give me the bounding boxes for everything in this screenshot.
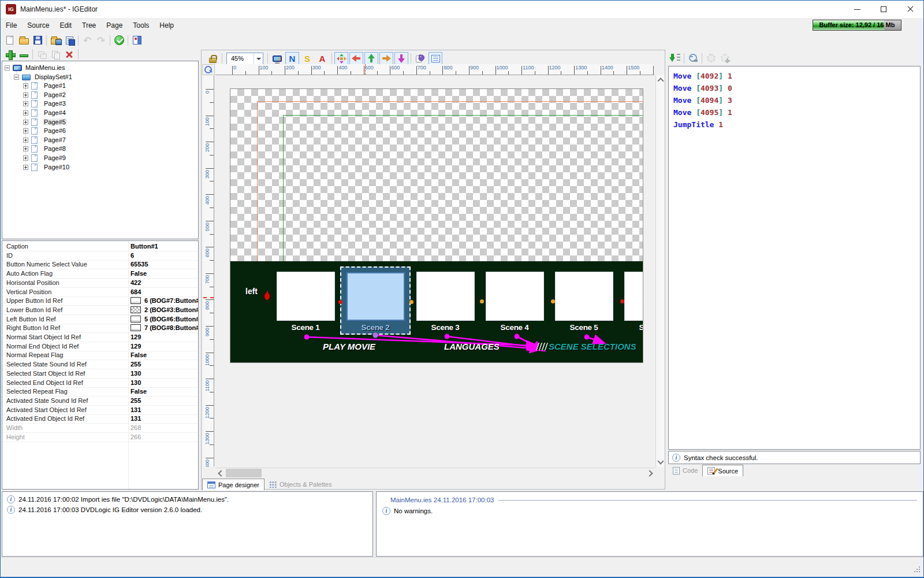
- property-row[interactable]: Vertical Position684: [2, 288, 198, 297]
- property-row[interactable]: Activated State Sound Id Ref255: [2, 397, 198, 406]
- tab-source[interactable]: Source: [702, 465, 743, 476]
- minimize-button[interactable]: [844, 1, 870, 18]
- property-row[interactable]: Selected Start Object Id Ref130: [2, 369, 198, 379]
- horizontal-scroll-thumb[interactable]: [226, 469, 262, 477]
- move-left-button[interactable]: [349, 52, 363, 65]
- property-value[interactable]: 65535: [131, 261, 148, 268]
- property-value[interactable]: 255: [131, 397, 141, 404]
- tree-item-page9[interactable]: Page#9: [2, 154, 198, 163]
- tree-item-page5[interactable]: Page#5: [2, 118, 198, 127]
- scroll-right-button[interactable]: [646, 468, 655, 478]
- expand-icon[interactable]: [23, 110, 28, 116]
- design-viewport[interactable]: left Scene 1Scene 2Scene 3Scene 4Scene 5…: [215, 75, 655, 466]
- property-row[interactable]: Right Button Id Ref7 (BOG#8:Button#1): [2, 324, 198, 333]
- tree-item-page4[interactable]: Page#4: [2, 109, 198, 118]
- tab-code[interactable]: Code: [668, 465, 702, 476]
- selected-state-button[interactable]: S: [300, 52, 314, 65]
- export-ies-button[interactable]: [62, 34, 76, 47]
- property-row[interactable]: Normal End Object Id Ref129: [2, 342, 198, 351]
- resize-grip-icon[interactable]: [914, 571, 915, 572]
- save-button[interactable]: [31, 34, 44, 47]
- property-row[interactable]: Activated Start Object Id Ref131: [2, 406, 198, 415]
- palette-button[interactable]: [413, 52, 427, 65]
- verify-button[interactable]: [112, 34, 126, 47]
- delete-button[interactable]: [62, 48, 76, 61]
- property-row[interactable]: Selected Repeat FlagFalse: [2, 387, 198, 397]
- property-row[interactable]: ID6: [2, 251, 198, 261]
- property-row[interactable]: Left Button Id Ref5 (BOG#6:Button#1): [2, 315, 198, 324]
- property-value[interactable]: 131: [131, 406, 141, 413]
- property-row[interactable]: Lower Button Id Ref2 (BOG#3:Button#1): [2, 306, 198, 315]
- expand-icon[interactable]: [23, 83, 28, 88]
- compile-button[interactable]: [704, 52, 718, 65]
- menu-page[interactable]: Page: [101, 18, 128, 33]
- property-value[interactable]: False: [131, 351, 147, 358]
- tree-item-root[interactable]: MainMenu.ies: [2, 64, 198, 73]
- property-row[interactable]: Auto Action FlagFalse: [2, 269, 198, 279]
- code-line[interactable]: Move [4095] 1: [673, 106, 915, 118]
- ruler-zoom-button[interactable]: [202, 64, 215, 75]
- scroll-left-button[interactable]: [215, 468, 225, 478]
- expand-icon[interactable]: [23, 120, 28, 125]
- undo-button[interactable]: [80, 34, 94, 47]
- tree-item-page7[interactable]: Page#7: [2, 136, 198, 145]
- expand-icon[interactable]: [23, 138, 28, 143]
- move-down-button[interactable]: [394, 52, 408, 65]
- property-value[interactable]: 7 (BOG#8:Button#1): [131, 324, 199, 331]
- maximize-button[interactable]: [870, 1, 897, 18]
- tree-item-page6[interactable]: Page#6: [2, 127, 198, 136]
- property-value[interactable]: 130: [131, 370, 141, 377]
- property-row[interactable]: Horisontal Position422: [2, 279, 198, 288]
- zoom-select[interactable]: 45%: [226, 53, 263, 65]
- tree-item-page8[interactable]: Page#8: [2, 144, 198, 154]
- expand-icon[interactable]: [23, 146, 28, 151]
- property-value[interactable]: 5 (BOG#6:Button#1): [131, 316, 199, 323]
- import-ies-button[interactable]: [49, 34, 62, 47]
- property-value[interactable]: False: [131, 270, 147, 277]
- menu-source[interactable]: Source: [22, 18, 54, 33]
- property-value[interactable]: 6: [131, 252, 134, 259]
- move-right-button[interactable]: [379, 52, 393, 65]
- property-value[interactable]: False: [131, 388, 147, 395]
- compile-add-button[interactable]: [718, 52, 732, 65]
- property-value[interactable]: 6 (BOG#7:Button#1): [131, 297, 199, 304]
- property-value[interactable]: 2 (BOG#3:Button#1): [131, 306, 199, 313]
- tree-item-page1[interactable]: Page#1: [2, 81, 198, 91]
- scene-selections-caption[interactable]: SCENE SELECTIONS: [549, 342, 636, 351]
- open-button[interactable]: [17, 34, 31, 47]
- close-button[interactable]: [897, 1, 923, 18]
- tree-item-displayset[interactable]: DisplaySet#1: [2, 73, 198, 82]
- code-line[interactable]: Move [4094] 3: [673, 94, 915, 106]
- preview-button[interactable]: [270, 52, 284, 65]
- code-line[interactable]: JumpTitle 1: [673, 118, 915, 131]
- expand-icon[interactable]: [23, 92, 28, 98]
- expand-icon[interactable]: [23, 101, 28, 106]
- collapse-icon[interactable]: [5, 65, 10, 71]
- horizontal-scrollbar[interactable]: [215, 468, 655, 477]
- project-tree[interactable]: MainMenu.iesDisplaySet#1Page#1Page#2Page…: [2, 61, 199, 239]
- property-row[interactable]: Width268: [2, 424, 198, 433]
- property-row[interactable]: Activated End Object Id Ref131: [2, 414, 198, 424]
- zoom-dropdown-arrow-icon[interactable]: [254, 53, 263, 64]
- tab-objects-palettes[interactable]: Objects & Palettes: [264, 479, 337, 490]
- property-row[interactable]: Button Numeric Select Value65535: [2, 260, 198, 269]
- command-code-editor[interactable]: Move [4092] 1Move [4093] 0Move [4094] 3M…: [668, 66, 921, 450]
- expand-icon[interactable]: [23, 128, 28, 134]
- menu-edit[interactable]: Edit: [54, 18, 77, 33]
- property-row[interactable]: CaptionButton#1: [2, 242, 198, 251]
- property-value[interactable]: 130: [131, 379, 141, 386]
- property-row[interactable]: Normal Repeat FlagFalse: [2, 351, 198, 360]
- clone-button[interactable]: [35, 48, 49, 61]
- move-all-button[interactable]: [334, 52, 348, 65]
- property-value[interactable]: 422: [131, 279, 141, 286]
- warnings-log[interactable]: MainMenu.ies 24.11.2016 17:00:03 No warn…: [376, 491, 923, 557]
- collapse-icon[interactable]: [14, 75, 19, 80]
- redo-button[interactable]: [94, 34, 108, 47]
- normal-state-button[interactable]: N: [285, 52, 299, 65]
- property-value[interactable]: Button#1: [131, 243, 158, 250]
- settings-button[interactable]: [130, 34, 144, 47]
- button-form-button[interactable]: [429, 52, 442, 65]
- expand-icon[interactable]: [23, 155, 28, 161]
- property-value[interactable]: 268: [131, 424, 141, 431]
- tree-item-page2[interactable]: Page#2: [2, 91, 198, 100]
